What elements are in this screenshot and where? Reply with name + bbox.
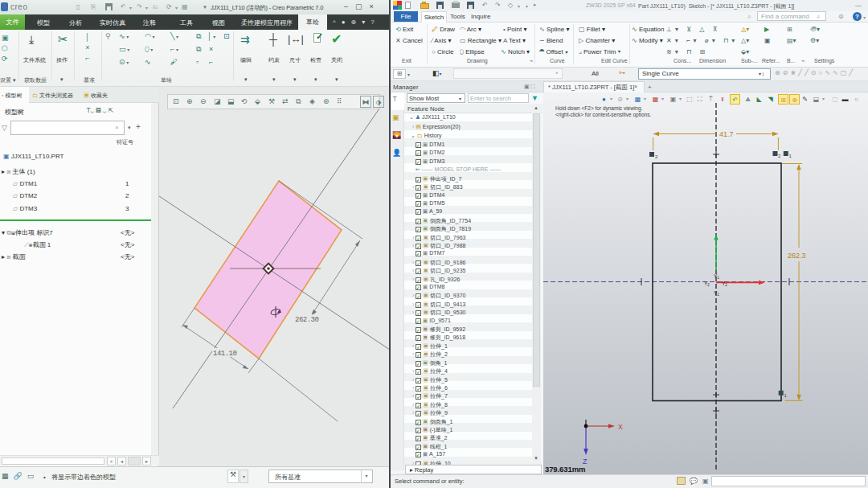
svg-text:Y1: Y1: [714, 273, 719, 280]
svg-text:41.7: 41.7: [719, 130, 734, 138]
svg-text:Y1: Y1: [714, 290, 719, 297]
svg-text:X: X: [618, 423, 623, 431]
svg-text:2: 2: [655, 154, 658, 159]
svg-text:1: 1: [789, 154, 792, 158]
svg-text:141.10: 141.10: [213, 350, 237, 358]
svg-text:1: 1: [784, 393, 788, 398]
svg-text:262.30: 262.30: [295, 316, 319, 324]
svg-text:262.3: 262.3: [788, 252, 806, 260]
svg-text:2: 2: [778, 154, 781, 158]
svg-text:Y2: Y2: [704, 281, 710, 287]
